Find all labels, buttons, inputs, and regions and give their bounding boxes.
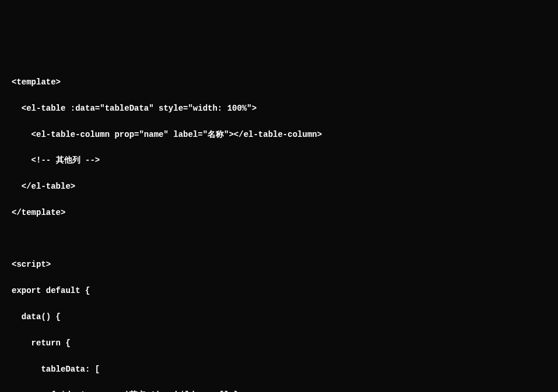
code-line (12, 232, 546, 245)
code-line: data() { (12, 310, 546, 323)
code-line: <script> (12, 258, 546, 271)
code-line: <template> (12, 76, 546, 89)
code-line: <el-table-column prop="name" label="名称">… (12, 128, 546, 141)
code-line: </template> (12, 206, 546, 219)
code-line: return { (12, 337, 546, 349)
code-line: export default { (12, 284, 546, 297)
code-line: </el-table> (12, 180, 546, 193)
code-line: { id: 1, name: '节点 1', children: [] }, (12, 389, 546, 392)
code-line: <el-table :data="tableData" style="width… (12, 102, 546, 115)
code-line: tableData: [ (12, 363, 546, 376)
code-line: <!-- 其他列 --> (12, 154, 546, 167)
code-block: <template> <el-table :data="tableData" s… (12, 63, 546, 392)
